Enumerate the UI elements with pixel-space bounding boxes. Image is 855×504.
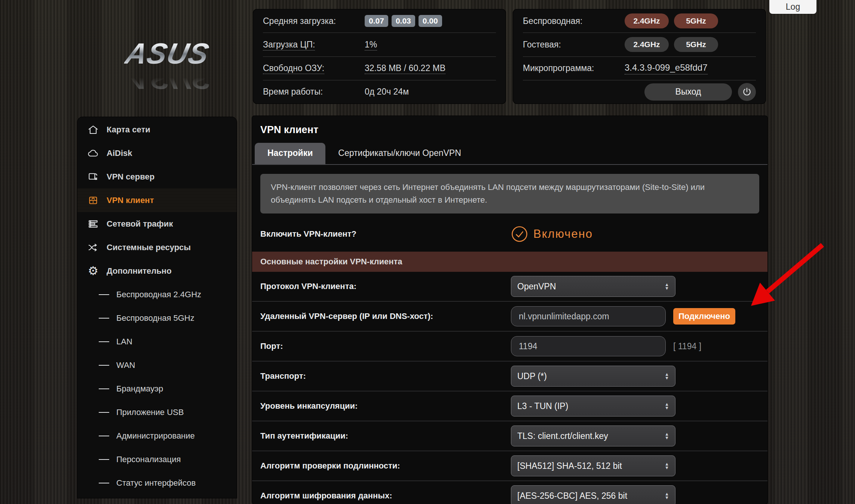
hash-algorithm-select[interactable]: [SHA512] SHA-512, 512 bit ▲▼ [511, 455, 675, 476]
dash-icon [99, 412, 109, 413]
dash-icon [99, 318, 109, 319]
sidebar-item-personalization[interactable]: Персонализация [77, 448, 237, 471]
sidebar-item-lan[interactable]: LAN [77, 330, 237, 353]
remote-server-input[interactable] [511, 306, 666, 326]
tab-divider [252, 164, 767, 165]
protocol-select[interactable]: OpenVPN ▲▼ [511, 276, 675, 297]
guest-label: Гостевая: [523, 40, 625, 50]
sidebar-item-advanced[interactable]: ⚙ Дополнительно [77, 259, 237, 283]
port-input[interactable] [511, 336, 666, 356]
logout-button[interactable]: Выход [644, 83, 732, 101]
sidebar-item-aidisk[interactable]: AiDisk [77, 141, 237, 165]
enable-vpn-row: Включить VPN-клиент? Включено [252, 219, 767, 249]
cipher-row: Алгоритм шифрования данных: [AES-256-CBC… [252, 480, 767, 504]
guest-row: Гостевая: 2.4GHz 5GHz [523, 33, 756, 56]
load-badge-1: 0.07 [365, 15, 388, 27]
logout-row: Выход [523, 80, 756, 104]
connected-badge: Подключено [673, 308, 735, 325]
wireless-label: Беспроводная: [523, 16, 625, 26]
uptime-row: Время работы: 0д 20ч 24м [263, 80, 496, 104]
transport-row: Транспорт: UDP (*) ▲▼ [252, 361, 767, 391]
transport-label: Транспорт: [252, 371, 511, 381]
cpu-load-value: 1% [365, 40, 377, 50]
protocol-label: Протокол VPN-клиента: [252, 282, 511, 291]
select-arrows-icon: ▲▼ [665, 402, 669, 410]
hash-algorithm-row: Алгоритм проверки подлинности: [SHA512] … [252, 451, 767, 480]
free-ram-label: Свободно ОЗУ: [263, 63, 365, 73]
sidebar-item-wireless-24[interactable]: Беспроводная 2.4GHz [77, 283, 237, 306]
sidebar-item-firewall[interactable]: Брандмауэр [77, 377, 237, 400]
select-arrows-icon: ▲▼ [665, 372, 669, 380]
firmware-label: Микропрограмма: [523, 63, 625, 73]
transport-select[interactable]: UDP (*) ▲▼ [511, 366, 675, 387]
port-row: Порт: [ 1194 ] [252, 331, 767, 361]
sidebar-item-vpn-client[interactable]: VPN клиент [77, 188, 237, 212]
enable-vpn-label: Включить VPN-клиент? [252, 229, 511, 239]
wireless-5ghz-pill[interactable]: 5GHz [674, 13, 718, 28]
guest-5ghz-pill[interactable]: 5GHz [674, 37, 718, 52]
load-badge-2: 0.03 [392, 15, 415, 27]
hash-algorithm-label: Алгоритм проверки подлинности: [252, 461, 511, 471]
check-circle-icon [511, 225, 528, 243]
power-icon [742, 87, 752, 97]
tab-settings[interactable]: Настройки [255, 143, 325, 164]
wireless-panel: Беспроводная: 2.4GHz 5GHz Гостевая: 2.4G… [513, 9, 766, 104]
select-arrows-icon: ▲▼ [665, 492, 669, 500]
free-ram-value: 32.58 MB / 60.22 MB [365, 63, 445, 73]
cpu-load-label: Загрузка ЦП: [263, 40, 365, 50]
log-button[interactable]: Log [769, 0, 816, 14]
asus-logo: ASUS ASUS [105, 40, 229, 93]
sidebar-item-network-map[interactable]: Карта сети [77, 118, 237, 141]
select-arrows-icon: ▲▼ [665, 462, 669, 470]
cpu-load-row: Загрузка ЦП: 1% [263, 33, 496, 56]
encapsulation-select[interactable]: L3 - TUN (IP) ▲▼ [511, 396, 675, 417]
vpn-enabled-toggle[interactable]: Включено [511, 225, 593, 243]
cipher-select[interactable]: [AES-256-CBC] AES, 256 bit ▲▼ [511, 485, 675, 504]
home-icon [86, 123, 100, 136]
vpn-description: VPN-клиент позволяет через сеть Интернет… [260, 174, 759, 213]
protocol-row: Протокол VPN-клиента: OpenVPN ▲▼ [252, 272, 767, 301]
vpn-client-icon [86, 194, 100, 207]
uptime-label: Время работы: [263, 87, 365, 97]
sidebar-item-network-traffic[interactable]: Сетевой трафик [77, 212, 237, 236]
dash-icon [99, 483, 109, 483]
sidebar-item-vpn-server[interactable]: VPN сервер [77, 165, 237, 188]
uptime-value: 0д 20ч 24м [365, 87, 409, 97]
guest-24ghz-pill[interactable]: 2.4GHz [625, 37, 669, 52]
sidebar-nav: Карта сети AiDisk VPN сервер VPN клиент … [77, 117, 237, 498]
reboot-button[interactable] [738, 83, 756, 101]
dash-icon [99, 294, 109, 295]
wireless-row: Беспроводная: 2.4GHz 5GHz [523, 9, 756, 33]
remote-server-row: Удаленный VPN-сервер (IP или DNS-хост): … [252, 301, 767, 331]
dash-icon [99, 341, 109, 342]
dash-icon [99, 459, 109, 460]
port-label: Порт: [252, 341, 511, 351]
sidebar-item-administration[interactable]: Администрирование [77, 424, 237, 448]
router-admin-page: { "page": { "log_button": "Log" }, "logo… [0, 0, 855, 504]
sidebar-item-wan[interactable]: WAN [77, 353, 237, 377]
page-title: VPN клиент [252, 116, 767, 136]
sidebar-item-wireless-5[interactable]: Беспроводная 5GHz [77, 306, 237, 330]
sidebar-item-interface-status[interactable]: Статус интерфейсов [77, 471, 237, 495]
vpn-status-text: Включено [533, 227, 593, 241]
dash-icon [99, 365, 109, 366]
vpn-client-content: VPN клиент Настройки Сертификаты/ключи O… [252, 116, 767, 504]
wireless-pills: 2.4GHz 5GHz [625, 13, 718, 28]
remote-server-label: Удаленный VPN-сервер (IP или DNS-хост): [252, 311, 511, 321]
wireless-24ghz-pill[interactable]: 2.4GHz [625, 13, 669, 28]
sidebar-item-system-resources[interactable]: Системные ресурсы [77, 236, 237, 259]
firmware-version-link[interactable]: 3.4.3.9-099_e58fdd7 [625, 62, 708, 74]
auth-type-select[interactable]: TLS: client.crt/client.key ▲▼ [511, 425, 675, 446]
tab-openvpn-keys[interactable]: Сертификаты/ключи OpenVPN [325, 143, 474, 164]
load-average-badges: 0.07 0.03 0.00 [365, 15, 442, 27]
cipher-label: Алгоритм шифрования данных: [252, 491, 511, 501]
select-arrows-icon: ▲▼ [665, 432, 669, 440]
gear-icon: ⚙ [86, 264, 100, 278]
dash-icon [99, 388, 109, 389]
shuffle-icon [86, 241, 100, 254]
dash-icon [99, 436, 109, 436]
encapsulation-label: Уровень инкапсуляции: [252, 401, 511, 411]
auth-type-label: Тип аутентификации: [252, 431, 511, 441]
asus-logo-reflection: ASUS [123, 65, 211, 93]
sidebar-item-usb-app[interactable]: Приложение USB [77, 400, 237, 424]
